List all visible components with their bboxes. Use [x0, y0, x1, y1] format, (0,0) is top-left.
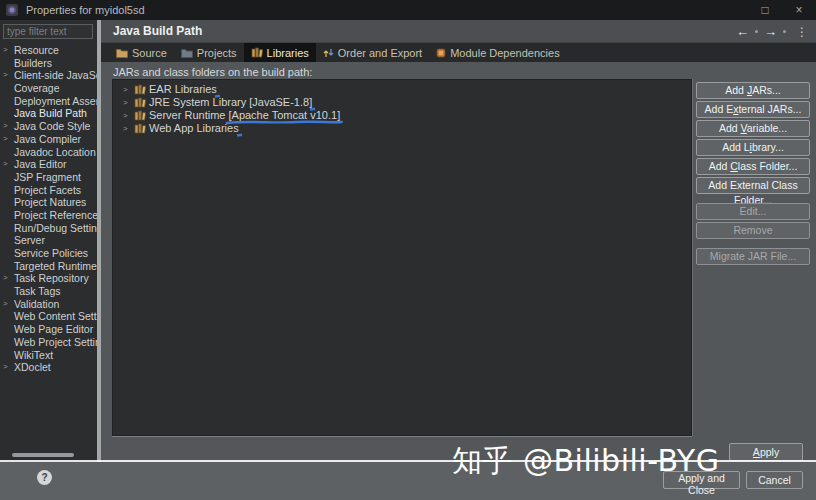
sidebar-item[interactable]: > Project Natures [0, 196, 97, 209]
sidebar-item[interactable]: > WikiText [0, 349, 97, 362]
sidebar-item[interactable]: > Web Content Settin [0, 310, 97, 323]
sidebar-item[interactable]: > Task Repository [0, 272, 97, 285]
tab-label: Module Dependencies [450, 47, 559, 59]
classpath-entry[interactable]: > EAR Libraries [113, 83, 691, 96]
properties-tree: > Resource > Builders > Client-side Java… [0, 44, 97, 374]
sidebar-item[interactable]: > Builders [0, 57, 97, 70]
chevron-right-icon: > [123, 96, 128, 109]
sidebar-item-label: Resource [14, 44, 59, 56]
button-mnemonic: A [753, 446, 760, 458]
classpath-action-button[interactable]: Add JARs... [696, 82, 810, 99]
chevron-right-icon: > [123, 122, 128, 135]
sidebar-item[interactable]: > Deployment Assem [0, 95, 97, 108]
classpath-action-button[interactable]: Migrate JAR File... [696, 248, 810, 265]
back-icon[interactable]: ← [736, 20, 749, 43]
sidebar-item[interactable]: > Coverage [0, 82, 97, 95]
sidebar-item[interactable]: > Project References [0, 209, 97, 222]
button-label: Remove [733, 224, 772, 236]
sidebar-item-label: Deployment Assem [14, 95, 97, 107]
chevron-right-icon: > [3, 44, 8, 57]
annotated-text: [Apache Tomcat v10.1] [228, 109, 340, 121]
classpath-list[interactable]: > EAR Libraries > JRE S [112, 79, 692, 436]
content-pane: Java Build Path ← → ⋮ Source Proj [101, 20, 816, 462]
sidebar-item[interactable]: > Java Build Path [0, 107, 97, 120]
build-path-list-label: JARs and class folders on the build path… [113, 66, 312, 78]
titlebar: Properties for myidol5sd □ × [0, 0, 816, 20]
button-label: Migrate JAR File... [710, 250, 796, 262]
sidebar-item-label: Builders [14, 57, 52, 69]
classpath-action-button[interactable]: Edit... [696, 203, 810, 220]
sidebar-item[interactable]: > Client-side JavaScri [0, 69, 97, 82]
sidebar-item[interactable]: > Java Compiler [0, 133, 97, 146]
sidebar-item[interactable]: > Resource [0, 44, 97, 57]
sidebar-item[interactable]: > Service Policies [0, 247, 97, 260]
sidebar-item-label: Service Policies [14, 247, 88, 259]
sidebar-item-label: Validation [14, 298, 59, 310]
sidebar-item[interactable]: > Web Page Editor [0, 323, 97, 336]
sidebar-item[interactable]: > Validation [0, 298, 97, 311]
tab-module-dependencies[interactable]: Module Dependencies [429, 43, 566, 62]
sidebar-item-label: Coverage [14, 82, 60, 94]
sidebar-item[interactable]: > Targeted Runtimes [0, 260, 97, 273]
classpath-action-button[interactable]: Remove [696, 222, 810, 239]
forward-dropdown-dot[interactable] [783, 30, 786, 33]
chevron-right-icon: > [3, 133, 8, 146]
tab-order-and-export[interactable]: Order and Export [316, 43, 429, 62]
sidebar-item-label: Targeted Runtimes [14, 260, 97, 272]
sidebar-item-label: Task Tags [14, 285, 61, 297]
sidebar-item[interactable]: > Web Project Setting [0, 336, 97, 349]
view-menu-icon[interactable]: ⋮ [796, 25, 808, 39]
classpath-entry[interactable]: > Web App Libraries [113, 122, 691, 135]
sidebar-item-label: Javadoc Location [14, 146, 96, 158]
help-icon[interactable]: ? [37, 470, 52, 485]
classpath-entry[interactable]: > Server Runtime [Apache Tomcat v10.1] [113, 109, 691, 122]
page-title: Java Build Path [113, 24, 202, 38]
button-label: ternal JARs... [738, 103, 801, 115]
tab-projects[interactable]: Projects [174, 43, 244, 62]
button-label: lass Folder... [738, 160, 798, 172]
maximize-icon[interactable]: □ [758, 0, 772, 20]
apply-button[interactable]: Apply [729, 443, 803, 461]
classpath-entry[interactable]: > JRE System Library [JavaSE-1.8] [113, 96, 691, 109]
classpath-action-button[interactable]: Add Class Folder... [696, 158, 810, 175]
button-label: Add [719, 122, 741, 134]
filter-input[interactable] [3, 24, 93, 39]
sidebar-item[interactable]: > Server [0, 234, 97, 247]
sidebar-horizontal-scrollbar[interactable] [12, 453, 74, 457]
close-icon[interactable]: × [792, 0, 806, 20]
library-books-icon [134, 123, 146, 134]
sidebar-item[interactable]: > XDoclet [0, 361, 97, 374]
chevron-right-icon: > [123, 109, 128, 122]
library-books-icon [251, 47, 263, 58]
forward-icon[interactable]: → [764, 20, 777, 43]
classpath-entry-label: EAR Libraries [149, 83, 217, 95]
sidebar-item[interactable]: > Project Facets [0, 184, 97, 197]
sidebar-item-label: Java Code Style [14, 120, 90, 132]
sidebar-item[interactable]: > JSP Fragment [0, 171, 97, 184]
sidebar-item[interactable]: > Javadoc Location [0, 146, 97, 159]
tab-source[interactable]: Source [109, 43, 174, 62]
back-dropdown-dot[interactable] [755, 30, 758, 33]
chevron-right-icon: > [3, 272, 8, 285]
classpath-action-button[interactable]: Add Library... [696, 139, 810, 156]
chevron-right-icon: > [123, 83, 128, 96]
tab-label: Source [132, 47, 167, 59]
classpath-action-button[interactable]: Add External Class Folder... [696, 177, 810, 194]
classpath-action-button[interactable]: Add External JARs... [696, 101, 810, 118]
classpath-actions: Add JARs... Add External JARs... Add Var… [696, 82, 810, 267]
folder-icon [116, 48, 128, 58]
button-label: Add E [705, 103, 734, 115]
order-arrows-icon [323, 48, 334, 58]
apply-and-close-button[interactable]: Apply and Close [663, 471, 740, 489]
cancel-button[interactable]: Cancel [746, 471, 803, 489]
sidebar-item-label: Project References [14, 209, 97, 221]
button-label: Add L [722, 141, 749, 153]
sidebar-item[interactable]: > Run/Debug Setting [0, 222, 97, 235]
sidebar-item[interactable]: > Java Code Style [0, 120, 97, 133]
classpath-action-button[interactable]: Add Variable... [696, 120, 810, 137]
sidebar-item[interactable]: > Java Editor [0, 158, 97, 171]
button-label: Add [709, 160, 731, 172]
sidebar-item[interactable]: > Task Tags [0, 285, 97, 298]
library-books-icon [134, 110, 146, 121]
tab-libraries[interactable]: Libraries [244, 43, 316, 62]
